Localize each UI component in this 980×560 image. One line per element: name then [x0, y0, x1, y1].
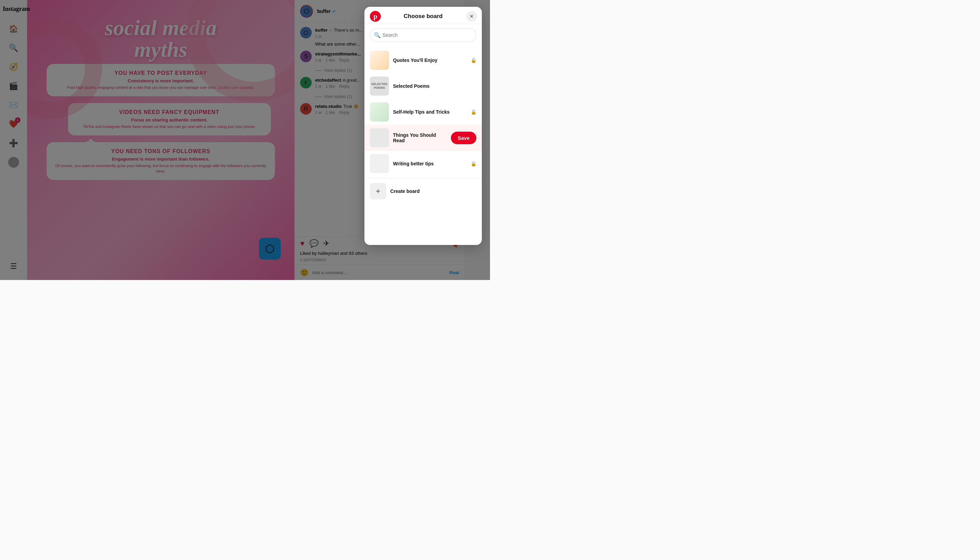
board-thumb-selfhelp: [370, 102, 389, 122]
search-icon: 🔍: [374, 32, 381, 38]
pinterest-logo: p: [370, 11, 381, 22]
board-thumb-quotes: [370, 51, 389, 70]
board-info-poems: Selected Poems: [393, 83, 477, 89]
close-button[interactable]: ×: [466, 11, 477, 22]
modal-header: p Choose board ×: [365, 7, 482, 24]
board-info-selfhelp: Self-Help Tips and Tricks: [393, 109, 467, 115]
board-lock-writing: 🔒: [471, 161, 477, 167]
create-board-label: Create board: [390, 188, 420, 194]
board-lock-quotes: 🔒: [471, 57, 477, 63]
board-name-quotes: Quotes You'll Enjoy: [393, 57, 467, 63]
board-lock-selfhelp: 🔒: [471, 109, 477, 115]
board-info-things: Things You Should Read: [393, 132, 447, 143]
board-thumb-things: [370, 128, 389, 147]
board-item-selfhelp[interactable]: Self-Help Tips and Tricks 🔒: [365, 99, 482, 125]
modal-title: Choose board: [403, 13, 442, 20]
board-item-poems[interactable]: SELECTEDPOEMS Selected Poems: [365, 73, 482, 99]
board-item-things[interactable]: Things You Should Read Save: [365, 125, 482, 151]
plus-icon: +: [370, 183, 386, 199]
board-info-writing: Writing better tips: [393, 161, 467, 167]
pinterest-modal: p Choose board × 🔍 Quotes You'll Enjoy 🔒…: [365, 7, 482, 245]
board-name-things: Things You Should Read: [393, 132, 447, 143]
board-item-writing[interactable]: Writing better tips 🔒: [365, 151, 482, 177]
create-board-item[interactable]: + Create board: [365, 178, 482, 204]
save-button[interactable]: Save: [451, 132, 477, 144]
board-search-bar: 🔍: [370, 28, 477, 42]
board-search-input[interactable]: [370, 28, 477, 42]
board-name-poems: Selected Poems: [393, 83, 477, 89]
board-thumb-poems: SELECTEDPOEMS: [370, 77, 389, 96]
board-name-selfhelp: Self-Help Tips and Tricks: [393, 109, 467, 115]
board-info-quotes: Quotes You'll Enjoy: [393, 57, 467, 63]
board-thumb-writing: [370, 154, 389, 173]
board-item-quotes[interactable]: Quotes You'll Enjoy 🔒: [365, 47, 482, 73]
board-name-writing: Writing better tips: [393, 161, 467, 167]
boards-list: Quotes You'll Enjoy 🔒 SELECTEDPOEMS Sele…: [365, 46, 482, 245]
